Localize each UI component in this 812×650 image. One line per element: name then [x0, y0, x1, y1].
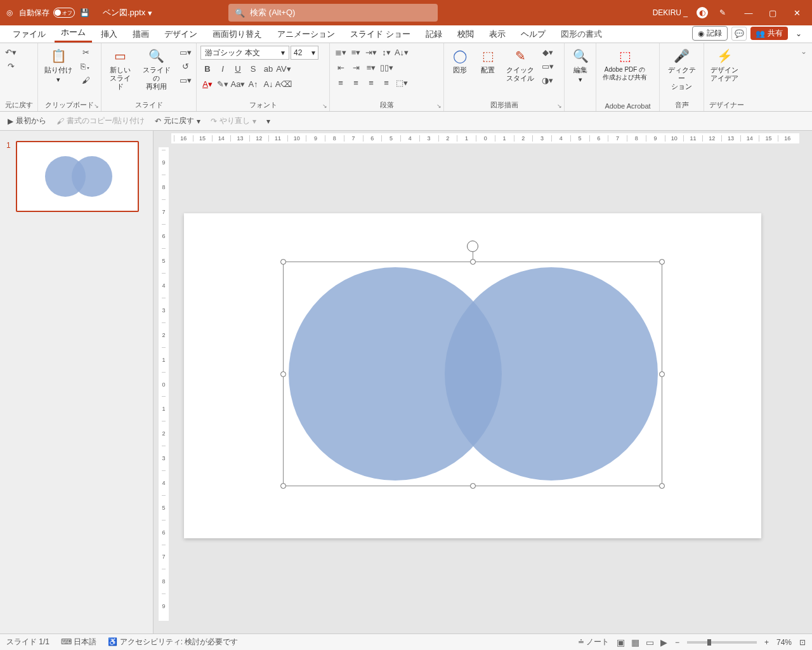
align-vert-button[interactable]: ≡▾: [364, 61, 378, 74]
acrobat-button[interactable]: ⬚Adobe PDF の 作成および共有: [600, 46, 650, 83]
format-painter-button[interactable]: 🖌: [79, 74, 93, 86]
minimize-button[interactable]: —: [742, 6, 755, 19]
highlight-button[interactable]: ✎▾: [216, 77, 230, 90]
autosave-toggle[interactable]: 自動保存 オフ: [19, 8, 75, 18]
undo-button[interactable]: ↶▾: [4, 46, 18, 58]
spacing-button[interactable]: AV▾: [277, 62, 291, 75]
resize-handle-e[interactable]: [659, 371, 665, 377]
filename-dropdown[interactable]: ベン図.pptx ▾: [103, 7, 152, 18]
rotate-handle[interactable]: [467, 241, 478, 252]
smartart-button[interactable]: ⬚▾: [395, 76, 409, 89]
tab-animations[interactable]: アニメーション: [271, 25, 341, 43]
zoom-out-button[interactable]: −: [675, 638, 679, 647]
reset-button[interactable]: ↺: [178, 60, 192, 72]
underline-button[interactable]: U: [231, 62, 245, 75]
slide-editor[interactable]: 1615141312111098765432101234567891011121…: [154, 131, 812, 633]
clear-format-button[interactable]: A⌫: [277, 77, 291, 90]
resize-handle-sw[interactable]: [280, 483, 286, 489]
font-color-button[interactable]: A▾: [200, 77, 214, 90]
status-accessibility[interactable]: ♿ アクセシビリティ: 検討が必要です: [108, 637, 238, 647]
search-box[interactable]: 🔍 検索 (Alt+Q): [228, 4, 438, 22]
bold-button[interactable]: B: [200, 62, 214, 75]
tab-shape-format[interactable]: 図形の書式: [554, 25, 608, 43]
italic-button[interactable]: I: [216, 62, 230, 75]
paragraph-launcher[interactable]: ↘: [436, 103, 442, 109]
qat-undo[interactable]: ↶ 元に戻す ▾: [155, 116, 200, 126]
maximize-button[interactable]: ▢: [766, 6, 779, 19]
comments-button[interactable]: 💬: [731, 27, 747, 41]
quick-style-button[interactable]: ✎クイック スタイル: [504, 46, 537, 84]
status-slide[interactable]: スライド 1/1: [6, 637, 49, 647]
resize-handle-n[interactable]: [470, 259, 476, 265]
venn-circle-right[interactable]: [445, 267, 658, 481]
slideshow-view-icon[interactable]: ▶: [660, 637, 667, 647]
editing-button[interactable]: 🔍編集▾: [568, 46, 593, 85]
status-lang[interactable]: ⌨ 日本語: [61, 637, 96, 647]
shrink-font-button[interactable]: A↓: [261, 77, 275, 90]
coming-soon-icon[interactable]: ✎: [717, 7, 728, 18]
normal-view-icon[interactable]: ▣: [617, 637, 625, 647]
tab-file[interactable]: ファイル: [6, 25, 52, 43]
tab-transitions[interactable]: 画面切り替え: [206, 25, 268, 43]
justify-button[interactable]: ≡: [379, 76, 393, 89]
resize-handle-w[interactable]: [280, 371, 286, 377]
cut-button[interactable]: ✂: [79, 46, 93, 58]
layout-button[interactable]: ▭▾: [178, 46, 192, 58]
user-avatar[interactable]: ◐: [697, 7, 708, 18]
zoom-slider[interactable]: [687, 641, 757, 644]
clipboard-launcher[interactable]: ↘: [94, 103, 99, 109]
selection-box[interactable]: [283, 262, 662, 486]
fit-window-icon[interactable]: ⊡: [799, 638, 806, 647]
ribbon-options-icon[interactable]: ⌄: [792, 29, 806, 38]
columns-button[interactable]: ▯▯▾: [379, 61, 393, 74]
section-button[interactable]: ▭▾: [178, 74, 192, 86]
shape-fill-button[interactable]: ◆▾: [540, 46, 554, 58]
qat-from-start[interactable]: ▶ 最初から: [8, 116, 46, 126]
shape-outline-button[interactable]: ▭▾: [540, 60, 554, 72]
qat-format-painter[interactable]: 🖌 書式のコピー/貼り付け: [56, 116, 145, 126]
change-case-button[interactable]: Aa▾: [231, 77, 245, 90]
slide-canvas[interactable]: [184, 213, 761, 538]
font-launcher[interactable]: ↘: [322, 103, 327, 109]
zoom-in-button[interactable]: +: [764, 638, 769, 647]
tab-record[interactable]: 記録: [419, 25, 449, 43]
slide-panel[interactable]: 1: [0, 131, 154, 633]
grow-font-button[interactable]: A↑: [246, 77, 260, 90]
horizontal-ruler[interactable]: 1615141312111098765432101234567891011121…: [171, 133, 799, 143]
zoom-level[interactable]: 74%: [776, 638, 792, 647]
slide-thumbnail[interactable]: [16, 141, 139, 212]
shape-effects-button[interactable]: ◑▾: [540, 74, 554, 86]
drawing-launcher[interactable]: ↘: [557, 103, 562, 109]
font-size-combo[interactable]: 42▾: [291, 46, 318, 60]
qat-redo[interactable]: ↷ やり直し ▾: [211, 116, 256, 126]
tab-slideshow[interactable]: スライド ショー: [344, 25, 417, 43]
align-right-button[interactable]: ≡: [364, 76, 378, 89]
font-name-combo[interactable]: 游ゴシック 本文▾: [200, 46, 289, 60]
resize-handle-se[interactable]: [659, 483, 665, 489]
align-center-button[interactable]: ≡: [349, 76, 363, 89]
inc-indent-button[interactable]: ⇥: [349, 61, 363, 74]
align-left-button[interactable]: ≡: [334, 76, 348, 89]
dec-indent-button[interactable]: ⇤: [334, 61, 348, 74]
resize-handle-nw[interactable]: [280, 259, 286, 265]
resize-handle-ne[interactable]: [659, 259, 665, 265]
tab-home[interactable]: ホーム: [55, 23, 92, 43]
tab-insert[interactable]: 挿入: [95, 25, 124, 43]
tab-draw[interactable]: 描画: [126, 25, 155, 43]
paste-button[interactable]: 📋貼り付け▾: [42, 46, 75, 85]
line-spacing-button[interactable]: ↕▾: [379, 46, 393, 58]
copy-button[interactable]: ⎘▾: [79, 60, 93, 72]
redo-button[interactable]: ↷: [4, 60, 18, 72]
ribbon-collapse-icon[interactable]: ⌄: [801, 47, 807, 56]
record-chip[interactable]: ◉ 記録: [692, 26, 728, 41]
tab-view[interactable]: 表示: [483, 25, 512, 43]
close-button[interactable]: ✕: [790, 6, 803, 19]
shapes-button[interactable]: ◯図形: [448, 46, 472, 76]
notes-button[interactable]: ≐ ノート: [578, 637, 609, 647]
tab-review[interactable]: 校閲: [451, 25, 480, 43]
text-direction-button[interactable]: A↓▾: [395, 46, 409, 58]
dictate-button[interactable]: 🎤ディクテー ション: [664, 46, 700, 93]
tab-design[interactable]: デザイン: [158, 25, 204, 43]
sorter-view-icon[interactable]: ▦: [631, 637, 639, 647]
bullets-button[interactable]: ≣▾: [334, 46, 348, 58]
